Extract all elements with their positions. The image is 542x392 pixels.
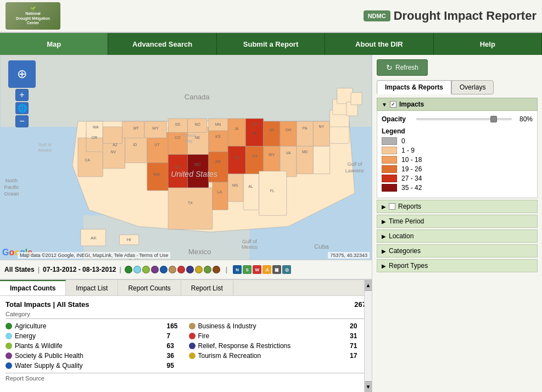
svg-text:North: North	[5, 178, 18, 183]
svg-rect-34	[313, 146, 329, 173]
cat-count-water: 95	[167, 362, 183, 369]
main-content: AK HI CA NV OR WA ID MT UT WY AZ NM CO S…	[0, 55, 542, 392]
cat-icon-fire	[177, 266, 185, 273]
impacts-accordion: ▼ Impacts Opacity 80% Legend	[377, 98, 538, 198]
category-column-header: Category	[5, 311, 366, 319]
svg-text:Gulf of: Gulf of	[348, 161, 362, 167]
tab-impact-counts[interactable]: Impact Counts	[0, 280, 66, 295]
scroll-down-button[interactable]: ▼	[365, 381, 372, 392]
refresh-icon: ↻	[386, 63, 393, 72]
nav-item-advanced-search[interactable]: Advanced Search	[108, 33, 216, 55]
news-icon-4[interactable]: ⚠	[262, 265, 271, 274]
category-grid: Agriculture 165 Energy 7 Plants & Wildli…	[5, 321, 366, 371]
cat-dot-agriculture	[5, 323, 12, 329]
legend-row-4: 27 - 34	[382, 175, 533, 182]
svg-text:MI: MI	[270, 128, 274, 132]
panel-scrollbar[interactable]: ▲ ▼	[364, 280, 372, 392]
svg-text:OK: OK	[175, 165, 180, 169]
tab-report-counts[interactable]: Report Counts	[118, 280, 181, 295]
legend-title: Legend	[382, 127, 533, 135]
svg-text:ID: ID	[133, 143, 137, 147]
impacts-checkbox[interactable]	[390, 101, 396, 108]
map-coordinates: 75375, 40.32343	[328, 252, 370, 259]
svg-text:Hudson: Hudson	[181, 133, 197, 138]
svg-text:AK: AK	[91, 236, 97, 240]
legend-swatch-0	[382, 137, 397, 145]
panel-tab-overlays[interactable]: Overlays	[451, 80, 494, 94]
map-attribution[interactable]: Map data ©2012 Google, INEGI, MapLink, T…	[18, 252, 170, 259]
report-types-accordion-header[interactable]: ▶ Report Types	[377, 259, 538, 272]
location-accordion-header[interactable]: ▶ Location	[377, 229, 538, 243]
cat-dot-water	[5, 362, 12, 369]
map-svg: AK HI CA NV OR WA ID MT UT WY AZ NM CO S…	[0, 55, 372, 260]
opacity-thumb[interactable]	[490, 116, 497, 122]
map-view[interactable]: AK HI CA NV OR WA ID MT UT WY AZ NM CO S…	[0, 55, 372, 260]
impacts-accordion-body: Opacity 80% Legend 0	[377, 111, 538, 198]
news-icon-2[interactable]: S	[243, 265, 252, 274]
tab-report-list[interactable]: Report List	[181, 280, 233, 295]
svg-text:MO: MO	[194, 163, 201, 166]
reports-label: Reports	[398, 203, 421, 210]
app-title-area: NDMC Drought Impact Reporter	[364, 9, 537, 23]
cat-dot-plants	[5, 343, 12, 349]
time-period-accordion: ▶ Time Period	[377, 215, 538, 228]
legend-section: Legend 0 1 - 9 10 - 18	[382, 127, 533, 192]
cat-count-plants: 63	[167, 342, 183, 350]
cat-row-tourism: Tourism & Recreation 17	[189, 351, 367, 361]
legend-label-3: 19 - 26	[401, 165, 422, 173]
scroll-up-button[interactable]: ▲	[365, 280, 372, 291]
refresh-button[interactable]: ↻ Refresh	[377, 59, 428, 76]
pan-control[interactable]: ⊕	[8, 60, 36, 88]
cat-icon-extra1	[204, 266, 211, 273]
svg-text:Ocean: Ocean	[4, 191, 19, 197]
panel-tab-impacts-reports[interactable]: Impacts & Reports	[377, 80, 451, 94]
svg-text:PA: PA	[303, 126, 308, 130]
zoom-in-button[interactable]: +	[15, 89, 29, 101]
nav-item-help[interactable]: Help	[434, 33, 542, 55]
cat-icon-energy	[133, 266, 141, 273]
svg-text:Gulf of: Gulf of	[242, 239, 257, 244]
legend-label-5: 35 - 42	[401, 184, 422, 192]
refresh-area: ↻ Refresh	[377, 59, 538, 76]
svg-text:LA: LA	[217, 190, 222, 194]
svg-text:Canada: Canada	[185, 93, 210, 101]
news-icon-1[interactable]: N	[233, 265, 242, 274]
legend-row-5: 35 - 42	[382, 184, 533, 192]
zoom-out-button[interactable]: −	[15, 115, 29, 127]
cat-col-right: Business & Industry 20 Fire 31 Relief, R…	[189, 321, 367, 371]
svg-text:AZ: AZ	[113, 143, 118, 147]
svg-text:CA: CA	[85, 158, 90, 162]
zoom-globe-button[interactable]: 🌐	[15, 102, 29, 114]
navigation-bar: Map Advanced Search Submit a Report Abou…	[0, 33, 542, 55]
news-icon-5[interactable]: ▦	[272, 265, 281, 274]
news-icon-3[interactable]: W	[253, 265, 261, 274]
location-label: Location	[389, 232, 414, 240]
cat-name-tourism: Tourism & Recreation	[198, 352, 348, 360]
nav-item-about[interactable]: About the DIR	[325, 33, 433, 55]
cat-icon-extra2	[213, 266, 220, 273]
categories-label: Categories	[389, 247, 421, 255]
status-date-range: 07-13-2012 - 08-13-2012	[43, 266, 116, 273]
cat-count-society: 36	[167, 352, 183, 360]
svg-rect-22	[297, 121, 313, 146]
nav-item-map[interactable]: Map	[0, 33, 108, 55]
news-icon-6[interactable]: ◎	[282, 265, 291, 274]
impacts-label: Impacts	[399, 100, 424, 108]
opacity-slider[interactable]	[416, 118, 512, 120]
logo-text: 🌱 National Drought Mitigation Center	[16, 7, 50, 26]
impacts-accordion-header[interactable]: ▼ Impacts	[377, 98, 538, 111]
nav-item-submit-report[interactable]: Submit a Report	[217, 33, 325, 55]
reports-checkbox[interactable]	[389, 203, 395, 210]
svg-text:MN: MN	[215, 122, 221, 126]
cat-row-water: Water Supply & Quality 95	[5, 361, 183, 371]
location-accordion: ▶ Location	[377, 229, 538, 243]
reports-accordion-header[interactable]: ▶ Reports	[377, 200, 538, 213]
legend-label-1: 1 - 9	[401, 147, 415, 154]
categories-accordion-header[interactable]: ▶ Categories	[377, 244, 538, 257]
time-period-accordion-header[interactable]: ▶ Time Period	[377, 215, 538, 228]
tab-impact-list[interactable]: Impact List	[66, 280, 118, 295]
status-divider-2: |	[119, 266, 121, 273]
app-title: Drought Impact Reporter	[394, 9, 537, 23]
cat-name-business: Business & Industry	[198, 322, 348, 330]
cat-name-plants: Plants & Wildlife	[15, 342, 164, 350]
